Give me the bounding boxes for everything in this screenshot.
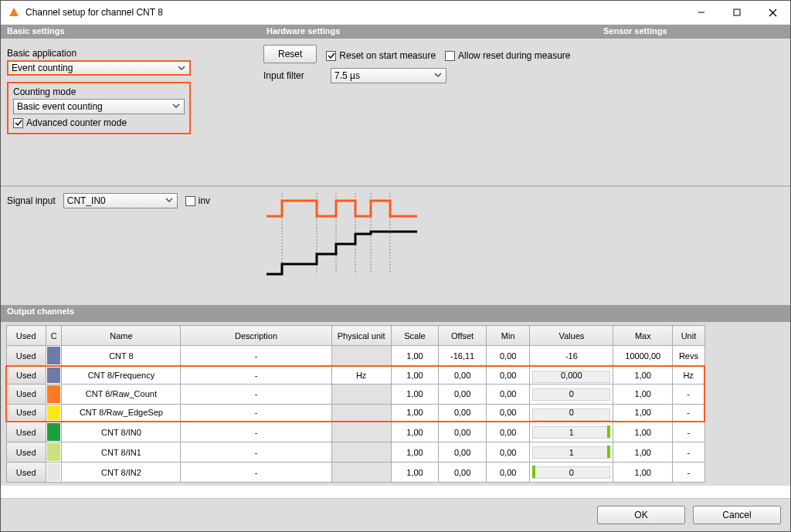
counting-mode-label: Counting mode <box>13 86 185 97</box>
advanced-mode-check[interactable]: Advanced counter mode <box>13 117 185 128</box>
inv-label: inv <box>199 195 210 206</box>
app-icon <box>8 7 19 18</box>
basic-app-dropdown[interactable]: Event counting <box>7 60 191 76</box>
advanced-mode-label: Advanced counter mode <box>26 117 127 128</box>
section-headers: Basic settings Hardware settings Sensor … <box>1 25 790 39</box>
title-bar: Channel setup for channel CNT 8 <box>1 1 790 25</box>
signal-input-dropdown[interactable]: CNT_IN0 <box>63 193 178 208</box>
color-swatch <box>47 405 61 421</box>
settings-area: Basic application Event counting Countin… <box>1 39 790 185</box>
window-title: Channel setup for channel CNT 8 <box>25 7 684 18</box>
maximize-button[interactable] <box>719 1 755 24</box>
table-row[interactable]: UsedCNT 8/Raw_EdgeSep-1,000,000,0001,00- <box>6 404 704 422</box>
input-filter-value: 7.5 µs <box>334 70 360 81</box>
counting-mode-group: Counting mode Basic event counting Advan… <box>7 82 191 134</box>
basic-settings-column: Basic application Event counting Countin… <box>7 45 246 185</box>
col-desc[interactable]: Description <box>181 326 331 346</box>
waveform-diagram <box>216 193 784 299</box>
reset-button[interactable]: Reset <box>263 45 317 63</box>
reset-button-label: Reset <box>278 49 302 59</box>
col-name[interactable]: Name <box>62 326 181 346</box>
reset-on-start-label: Reset on start measure <box>339 50 436 61</box>
checkbox-icon <box>13 118 23 128</box>
header-sensor: Sensor settings <box>597 25 790 39</box>
chevron-down-icon <box>433 70 443 82</box>
table-row[interactable]: UsedCNT 8-1,00-16,110,00-1610000,00Revs <box>6 346 704 367</box>
color-swatch <box>47 368 61 383</box>
col-off[interactable]: Offset <box>439 326 487 346</box>
svg-rect-1 <box>734 9 740 15</box>
color-swatch <box>47 347 61 364</box>
chevron-down-icon <box>177 63 186 75</box>
window: Channel setup for channel CNT 8 Basic se… <box>0 0 791 532</box>
signal-input-label: Signal input <box>7 193 56 206</box>
signal-area: Signal input CNT_IN0 inv <box>1 185 790 305</box>
color-swatch <box>47 385 61 403</box>
allow-reset-label: Allow reset during measure <box>458 50 570 61</box>
table-row[interactable]: UsedCNT 8/IN2-1,000,000,0001,00- <box>6 463 704 483</box>
col-used[interactable]: Used <box>6 326 46 346</box>
col-scale[interactable]: Scale <box>391 326 439 346</box>
table-row[interactable]: UsedCNT 8/IN1-1,000,000,0011,00- <box>6 442 704 463</box>
checkbox-icon <box>185 196 195 206</box>
basic-app-value: Event counting <box>12 63 73 73</box>
hardware-settings-column: Reset Reset on start measure Allow reset… <box>246 45 784 185</box>
input-filter-label: Input filter <box>263 70 321 81</box>
col-phys[interactable]: Physical unit <box>331 326 391 346</box>
output-table: Used C Name Description Physical unit Sc… <box>5 325 705 483</box>
counting-mode-value: Basic event counting <box>17 101 103 112</box>
table-row[interactable]: UsedCNT 8/IN0-1,000,000,0011,00- <box>6 422 704 442</box>
table-row[interactable]: UsedCNT 8/Frequency-Hz1,000,000,000,0001… <box>6 366 704 384</box>
col-min[interactable]: Min <box>486 326 530 346</box>
checkbox-icon <box>445 51 455 61</box>
cancel-label: Cancel <box>722 510 751 520</box>
chevron-down-icon <box>171 101 181 113</box>
allow-reset-check[interactable]: Allow reset during measure <box>445 50 570 61</box>
ok-label: OK <box>634 510 647 520</box>
signal-input-value: CNT_IN0 <box>67 195 106 206</box>
header-basic: Basic settings <box>1 25 260 39</box>
ok-button[interactable]: OK <box>597 506 685 524</box>
reset-on-start-check[interactable]: Reset on start measure <box>326 50 436 61</box>
chevron-down-icon <box>165 195 174 207</box>
minimize-button[interactable] <box>684 1 719 24</box>
color-swatch <box>47 443 61 461</box>
inv-check[interactable]: inv <box>185 195 210 206</box>
col-c[interactable]: C <box>46 326 62 346</box>
col-max[interactable]: Max <box>613 326 673 346</box>
table-row[interactable]: UsedCNT 8/Raw_Count-1,000,000,0001,00- <box>6 384 704 404</box>
output-channels-header: Output channels <box>1 305 790 322</box>
input-filter-dropdown[interactable]: 7.5 µs <box>331 68 446 83</box>
color-swatch <box>47 423 61 441</box>
color-swatch <box>47 463 61 481</box>
col-unit[interactable]: Unit <box>673 326 704 346</box>
window-controls <box>684 1 790 24</box>
close-button[interactable] <box>755 1 790 24</box>
header-hardware: Hardware settings <box>260 25 597 39</box>
cancel-button[interactable]: Cancel <box>693 506 781 524</box>
header-row: Used C Name Description Physical unit Sc… <box>6 326 704 346</box>
checkbox-icon <box>326 51 336 61</box>
basic-app-label: Basic application <box>7 48 246 59</box>
col-val[interactable]: Values <box>530 326 613 346</box>
footer: OK Cancel <box>1 498 790 531</box>
output-grid: Used C Name Description Physical unit Sc… <box>1 322 790 486</box>
counting-mode-dropdown[interactable]: Basic event counting <box>13 99 185 114</box>
